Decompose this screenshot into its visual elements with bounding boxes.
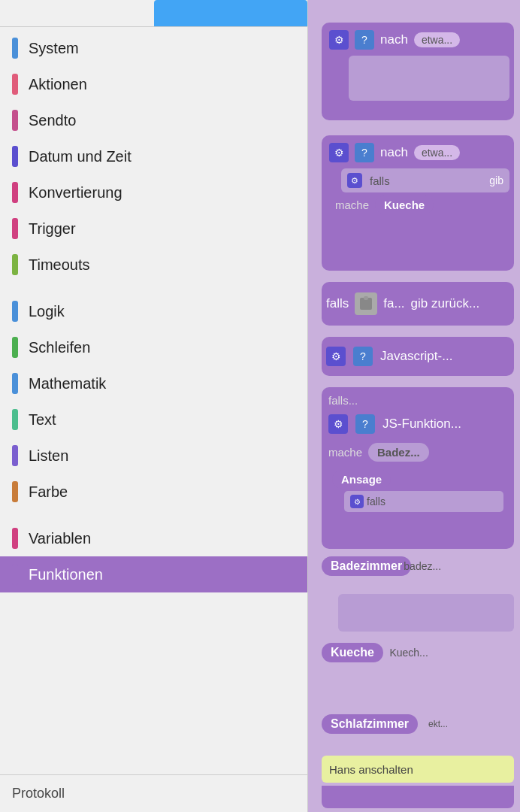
sidebar-item-farbe[interactable]: Farbe [0,474,307,510]
falls-inner-label: falls [367,495,385,508]
sidebar-header [0,0,307,27]
ansage-position: Ansage [332,470,391,489]
sidebar-label-text: Text [29,411,56,429]
sidebar-tab-left[interactable] [0,0,154,26]
sidebar-item-aktionen[interactable]: Aktionen [0,66,307,102]
sidebar-label-datum: Datum und Zeit [29,148,132,165]
b5-mache-row: mache Badez... [326,441,509,464]
b-gray-sub [338,594,514,632]
mache-label-2: mache [335,198,369,211]
badezimmer-block[interactable]: Badezimmer [322,556,411,576]
hans-block[interactable]: Hans anschalten [322,756,514,783]
block-group-2: ⚙ ? nach etwa... ⚙ falls gib mache Kuech… [322,135,514,271]
sidebar-items-list: System Aktionen Sendto Datum und Zeit Ko… [0,27,307,774]
b2-mache-row: mache Kueche [332,195,509,214]
color-bar-listen [12,445,18,466]
color-bar-schleifen [12,337,18,358]
ansage-block[interactable]: Ansage [332,470,391,489]
schlafzimmer-block[interactable]: Schlafzimmer [322,714,418,734]
nach-label-2: nach [380,145,408,160]
sidebar-item-funktionen[interactable]: Funktionen [0,556,307,592]
color-bar-timeouts [12,254,18,275]
etwa-pill-1[interactable]: etwa... [414,32,460,47]
mache-label-5: mache [328,446,362,459]
kueche-block[interactable]: Kueche [322,643,383,662]
block-row-2: ⚙ ? nach etwa... [326,140,509,165]
svg-rect-1 [364,296,368,300]
kueche-right-text: Kuech... [389,647,428,659]
sidebar-label-schleifen: Schleifen [29,339,90,356]
sidebar-item-konvertierung[interactable]: Konvertierung [0,174,307,211]
question-icon-5[interactable]: ? [355,414,375,434]
puzzle-icon-3 [355,292,377,315]
block-row-1: ⚙ ? nach etwa... [326,27,509,53]
sidebar-item-timeouts[interactable]: Timeouts [0,247,307,283]
gear-icon-1[interactable]: ⚙ [329,30,349,50]
sidebar-item-datum[interactable]: Datum und Zeit [0,138,307,174]
sidebar-label-system: System [29,40,79,57]
question-icon-4[interactable]: ? [353,347,373,366]
gear-icon-2[interactable]: ⚙ [329,143,349,162]
color-bar-system [12,38,18,59]
sekt-label: ekt... [428,719,448,729]
gib-zuruck-label-3: gib zurück... [411,296,480,311]
color-bar-funktionen [12,564,18,585]
color-bar-datum [12,146,18,167]
sidebar-item-system[interactable]: System [0,30,307,66]
bottom-strip [322,786,514,808]
badez-right-text: badez... [404,560,441,572]
gear-icon-4[interactable]: ⚙ [326,347,346,366]
sidebar-item-logik[interactable]: Logik [0,293,307,329]
sidebar-item-sendto[interactable]: Sendto [0,102,307,138]
sidebar-label-farbe: Farbe [29,483,68,501]
gear-icon-5[interactable]: ⚙ [328,414,348,434]
spacer-1 [0,283,307,293]
color-bar-variablen [12,528,18,549]
sidebar-label-konvertierung: Konvertierung [29,184,122,201]
falls-label-3: falls [326,296,349,311]
block-group-4: ⚙ ? Javascript-... [322,337,514,376]
color-bar-text [12,409,18,430]
kueche-block-2[interactable]: Kueche [375,195,434,214]
gear-icon-5b[interactable]: ⚙ [350,495,364,508]
gear-icon-2b[interactable]: ⚙ [347,173,362,188]
badez-block-5[interactable]: Badez... [368,443,429,462]
b5-js-row: ⚙ ? JS-Funktion... [326,412,509,436]
right-panel: ⚙ ? nach etwa... ⚙ ? nach etwa... ⚙ fall… [308,0,520,812]
sidebar-label-funktionen: Funktionen [29,566,103,583]
falls-label-2: falls [370,174,390,187]
sidebar-label-timeouts: Timeouts [29,256,90,274]
sidebar-item-text[interactable]: Text [0,401,307,438]
sidebar-bottom-bar: Protokoll [0,774,307,812]
color-bar-aktionen [12,74,18,95]
sidebar-item-schleifen[interactable]: Schleifen [0,329,307,365]
sidebar-tab-right[interactable] [154,0,308,26]
sidebar-item-trigger[interactable]: Trigger [0,211,307,247]
etwa-pill-2[interactable]: etwa... [414,145,460,160]
color-bar-mathematik [12,373,18,394]
sidebar-label-sendto: Sendto [29,112,76,129]
sidebar-item-listen[interactable]: Listen [0,438,307,474]
badezimmer-position: Badezimmer badez... [322,556,411,576]
sidebar-item-mathematik[interactable]: Mathematik [0,365,307,401]
question-icon-1[interactable]: ? [355,30,374,50]
sidebar-label-mathematik: Mathematik [29,375,106,392]
b2-falls-row: ⚙ falls gib [341,168,509,192]
b1-sub-block [349,56,509,101]
protokoll-label[interactable]: Protokoll [12,786,65,801]
schlafzimmer-position: Schlafzimmer ekt... [322,714,418,734]
puzzle-svg [358,296,373,311]
nach-label-1: nach [380,32,408,47]
sidebar-label-listen: Listen [29,447,68,465]
sidebar-label-logik: Logik [29,303,65,320]
question-icon-2[interactable]: ? [355,143,374,162]
block-group-3: falls fa... gib zurück... [322,282,514,326]
kueche-position: Kueche Kuech... [322,643,383,662]
gib-label-2: gib [395,174,503,186]
b5-inner-falls: ⚙ falls [344,491,503,512]
sidebar-label-variablen: Variablen [29,530,91,547]
sidebar-item-variablen[interactable]: Variablen [0,520,307,556]
spacer-2 [0,510,307,520]
block-canvas: ⚙ ? nach etwa... ⚙ ? nach etwa... ⚙ fall… [308,0,520,812]
falls-label-5: falls... [328,394,358,407]
